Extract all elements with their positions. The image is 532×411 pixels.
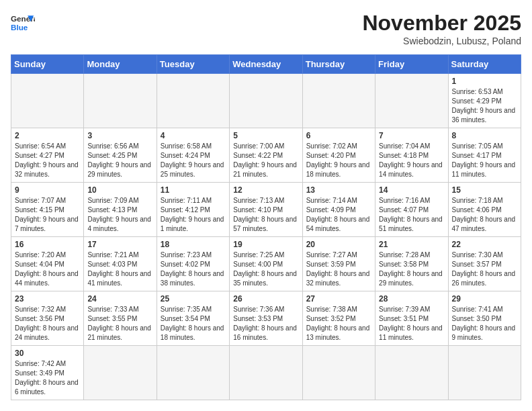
calendar-header-row: SundayMondayTuesdayWednesdayThursdayFrid… <box>11 55 521 74</box>
day-number: 1 <box>452 77 517 86</box>
day-number: 18 <box>161 240 226 249</box>
day-info: Sunrise: 7:11 AM Sunset: 4:12 PM Dayligh… <box>161 196 226 234</box>
calendar-day-cell: 6Sunrise: 7:02 AM Sunset: 4:20 PM Daylig… <box>302 128 375 183</box>
calendar-day-cell <box>230 74 302 128</box>
calendar-day-cell: 19Sunrise: 7:25 AM Sunset: 4:00 PM Dayli… <box>230 237 302 291</box>
calendar-day-cell: 1Sunrise: 6:53 AM Sunset: 4:29 PM Daylig… <box>448 74 521 128</box>
day-number: 10 <box>87 185 152 195</box>
day-info: Sunrise: 6:54 AM Sunset: 4:27 PM Dayligh… <box>15 142 80 179</box>
day-info: Sunrise: 7:20 AM Sunset: 4:04 PM Dayligh… <box>15 250 80 288</box>
calendar-day-cell: 18Sunrise: 7:23 AM Sunset: 4:02 PM Dayli… <box>157 237 229 291</box>
day-number: 15 <box>452 185 517 195</box>
day-info: Sunrise: 7:00 AM Sunset: 4:22 PM Dayligh… <box>233 142 298 179</box>
day-info: Sunrise: 7:30 AM Sunset: 3:57 PM Dayligh… <box>452 250 517 288</box>
calendar-day-cell: 15Sunrise: 7:18 AM Sunset: 4:06 PM Dayli… <box>448 183 521 237</box>
calendar-day-cell: 23Sunrise: 7:32 AM Sunset: 3:56 PM Dayli… <box>11 291 84 346</box>
day-info: Sunrise: 6:56 AM Sunset: 4:25 PM Dayligh… <box>87 142 152 179</box>
day-number: 5 <box>233 131 298 140</box>
calendar-header-tuesday: Tuesday <box>157 55 229 74</box>
day-number: 14 <box>379 185 444 195</box>
day-info: Sunrise: 7:35 AM Sunset: 3:54 PM Dayligh… <box>161 305 226 342</box>
calendar-day-cell: 24Sunrise: 7:33 AM Sunset: 3:55 PM Dayli… <box>84 291 157 346</box>
day-info: Sunrise: 7:16 AM Sunset: 4:07 PM Dayligh… <box>379 196 444 234</box>
day-number: 25 <box>161 294 226 304</box>
calendar-day-cell: 8Sunrise: 7:05 AM Sunset: 4:17 PM Daylig… <box>448 128 521 183</box>
day-number: 24 <box>87 294 152 304</box>
title-area: November 2025 Swiebodzin, Lubusz, Poland <box>362 11 521 46</box>
logo-icon: General Blue <box>11 11 35 35</box>
day-info: Sunrise: 7:28 AM Sunset: 3:58 PM Dayligh… <box>379 250 444 288</box>
calendar-week-row: 23Sunrise: 7:32 AM Sunset: 3:56 PM Dayli… <box>11 291 521 346</box>
calendar-day-cell <box>375 346 448 400</box>
day-info: Sunrise: 7:38 AM Sunset: 3:52 PM Dayligh… <box>306 305 371 342</box>
logo: General Blue <box>11 11 35 35</box>
calendar-day-cell <box>84 346 157 400</box>
calendar-day-cell: 5Sunrise: 7:00 AM Sunset: 4:22 PM Daylig… <box>230 128 302 183</box>
day-number: 21 <box>379 240 444 249</box>
calendar-day-cell: 11Sunrise: 7:11 AM Sunset: 4:12 PM Dayli… <box>157 183 229 237</box>
day-info: Sunrise: 7:27 AM Sunset: 3:59 PM Dayligh… <box>306 250 371 288</box>
svg-text:Blue: Blue <box>11 23 28 32</box>
calendar-day-cell: 27Sunrise: 7:38 AM Sunset: 3:52 PM Dayli… <box>302 291 375 346</box>
calendar-day-cell: 12Sunrise: 7:13 AM Sunset: 4:10 PM Dayli… <box>230 183 302 237</box>
day-number: 8 <box>452 131 517 140</box>
header: General Blue November 2025 Swiebodzin, L… <box>11 11 521 46</box>
day-info: Sunrise: 7:42 AM Sunset: 3:49 PM Dayligh… <box>15 359 80 397</box>
day-info: Sunrise: 7:33 AM Sunset: 3:55 PM Dayligh… <box>87 305 152 342</box>
calendar-day-cell: 28Sunrise: 7:39 AM Sunset: 3:51 PM Dayli… <box>375 291 448 346</box>
day-number: 28 <box>379 294 444 304</box>
calendar-header-monday: Monday <box>84 55 157 74</box>
day-info: Sunrise: 7:14 AM Sunset: 4:09 PM Dayligh… <box>306 196 371 234</box>
day-number: 22 <box>452 240 517 249</box>
day-number: 26 <box>233 294 298 304</box>
day-info: Sunrise: 7:41 AM Sunset: 3:50 PM Dayligh… <box>452 305 517 342</box>
calendar-day-cell <box>157 346 229 400</box>
calendar-header-thursday: Thursday <box>302 55 375 74</box>
day-info: Sunrise: 7:07 AM Sunset: 4:15 PM Dayligh… <box>15 196 80 234</box>
day-info: Sunrise: 7:04 AM Sunset: 4:18 PM Dayligh… <box>379 142 444 179</box>
day-number: 23 <box>15 294 80 304</box>
day-number: 20 <box>306 240 371 249</box>
day-number: 29 <box>452 294 517 304</box>
day-number: 12 <box>233 185 298 195</box>
day-number: 13 <box>306 185 371 195</box>
calendar-day-cell <box>448 346 521 400</box>
calendar-day-cell <box>84 74 157 128</box>
day-number: 11 <box>161 185 226 195</box>
calendar-day-cell <box>302 74 375 128</box>
day-info: Sunrise: 7:05 AM Sunset: 4:17 PM Dayligh… <box>452 142 517 179</box>
day-info: Sunrise: 7:23 AM Sunset: 4:02 PM Dayligh… <box>161 250 226 288</box>
day-number: 7 <box>379 131 444 140</box>
day-number: 2 <box>15 131 80 140</box>
calendar-day-cell: 3Sunrise: 6:56 AM Sunset: 4:25 PM Daylig… <box>84 128 157 183</box>
day-number: 9 <box>15 185 80 195</box>
day-info: Sunrise: 7:39 AM Sunset: 3:51 PM Dayligh… <box>379 305 444 342</box>
day-info: Sunrise: 7:13 AM Sunset: 4:10 PM Dayligh… <box>233 196 298 234</box>
subtitle: Swiebodzin, Lubusz, Poland <box>362 36 521 46</box>
day-number: 16 <box>15 240 80 249</box>
calendar-week-row: 2Sunrise: 6:54 AM Sunset: 4:27 PM Daylig… <box>11 128 521 183</box>
calendar-header-friday: Friday <box>375 55 448 74</box>
day-number: 6 <box>306 131 371 140</box>
calendar-header-saturday: Saturday <box>448 55 521 74</box>
calendar-day-cell: 4Sunrise: 6:58 AM Sunset: 4:24 PM Daylig… <box>157 128 229 183</box>
calendar-day-cell: 14Sunrise: 7:16 AM Sunset: 4:07 PM Dayli… <box>375 183 448 237</box>
day-info: Sunrise: 7:09 AM Sunset: 4:13 PM Dayligh… <box>87 196 152 234</box>
day-info: Sunrise: 7:18 AM Sunset: 4:06 PM Dayligh… <box>452 196 517 234</box>
calendar-header-wednesday: Wednesday <box>230 55 302 74</box>
day-number: 27 <box>306 294 371 304</box>
day-info: Sunrise: 6:53 AM Sunset: 4:29 PM Dayligh… <box>452 87 517 125</box>
calendar-day-cell: 10Sunrise: 7:09 AM Sunset: 4:13 PM Dayli… <box>84 183 157 237</box>
day-info: Sunrise: 7:25 AM Sunset: 4:00 PM Dayligh… <box>233 250 298 288</box>
calendar-day-cell: 13Sunrise: 7:14 AM Sunset: 4:09 PM Dayli… <box>302 183 375 237</box>
calendar-day-cell: 25Sunrise: 7:35 AM Sunset: 3:54 PM Dayli… <box>157 291 229 346</box>
day-info: Sunrise: 7:32 AM Sunset: 3:56 PM Dayligh… <box>15 305 80 342</box>
calendar-day-cell: 29Sunrise: 7:41 AM Sunset: 3:50 PM Dayli… <box>448 291 521 346</box>
calendar-day-cell: 20Sunrise: 7:27 AM Sunset: 3:59 PM Dayli… <box>302 237 375 291</box>
calendar-day-cell <box>157 74 229 128</box>
calendar-day-cell <box>302 346 375 400</box>
calendar: SundayMondayTuesdayWednesdayThursdayFrid… <box>11 54 521 400</box>
calendar-day-cell: 16Sunrise: 7:20 AM Sunset: 4:04 PM Dayli… <box>11 237 84 291</box>
calendar-day-cell: 30Sunrise: 7:42 AM Sunset: 3:49 PM Dayli… <box>11 346 84 400</box>
day-number: 19 <box>233 240 298 249</box>
